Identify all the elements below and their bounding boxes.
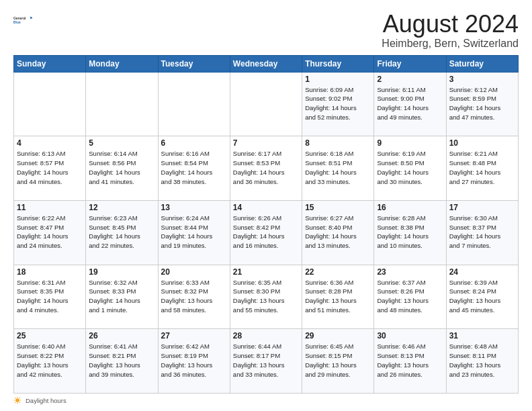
day-number: 27	[161, 331, 227, 340]
day-info: Sunrise: 6:48 AM Sunset: 8:11 PM Dayligh…	[449, 342, 515, 379]
day-info: Sunrise: 6:37 AM Sunset: 8:26 PM Dayligh…	[377, 278, 443, 315]
day-number: 23	[377, 267, 443, 277]
day-number: 10	[449, 138, 515, 148]
day-number: 2	[377, 75, 443, 84]
day-number: 26	[89, 331, 154, 340]
day-cell: 23Sunrise: 6:37 AM Sunset: 8:26 PM Dayli…	[374, 265, 446, 329]
day-info: Sunrise: 6:17 AM Sunset: 8:53 PM Dayligh…	[233, 149, 299, 186]
daylight-label: Daylight hours	[26, 397, 66, 404]
day-info: Sunrise: 6:22 AM Sunset: 8:47 PM Dayligh…	[17, 214, 83, 250]
svg-text:Blue: Blue	[13, 21, 21, 24]
day-number: 25	[17, 331, 83, 340]
day-info: Sunrise: 6:11 AM Sunset: 9:00 PM Dayligh…	[377, 85, 443, 122]
svg-text:General: General	[13, 17, 26, 20]
day-cell: 2Sunrise: 6:11 AM Sunset: 9:00 PM Daylig…	[374, 72, 446, 136]
day-cell: 12Sunrise: 6:23 AM Sunset: 8:45 PM Dayli…	[86, 200, 158, 265]
day-number: 21	[233, 267, 299, 277]
svg-point-3	[15, 398, 19, 402]
day-number: 1	[305, 75, 371, 84]
day-cell: 21Sunrise: 6:35 AM Sunset: 8:30 PM Dayli…	[230, 265, 302, 329]
day-info: Sunrise: 6:26 AM Sunset: 8:42 PM Dayligh…	[233, 214, 299, 250]
day-number: 15	[305, 203, 371, 212]
day-info: Sunrise: 6:16 AM Sunset: 8:54 PM Dayligh…	[161, 149, 227, 186]
calendar-header: Sunday Monday Tuesday Wednesday Thursday…	[14, 55, 519, 72]
day-info: Sunrise: 6:40 AM Sunset: 8:22 PM Dayligh…	[17, 342, 83, 379]
day-info: Sunrise: 6:45 AM Sunset: 8:15 PM Dayligh…	[305, 342, 371, 379]
day-cell	[14, 72, 86, 136]
day-number: 18	[17, 267, 83, 277]
header-thursday: Thursday	[302, 55, 374, 72]
svg-line-9	[19, 402, 20, 403]
day-cell: 1Sunrise: 6:09 AM Sunset: 9:02 PM Daylig…	[302, 72, 374, 136]
week-row-5: 25Sunrise: 6:40 AM Sunset: 8:22 PM Dayli…	[14, 329, 519, 394]
day-cell: 15Sunrise: 6:27 AM Sunset: 8:40 PM Dayli…	[302, 200, 374, 265]
day-number: 22	[305, 267, 371, 277]
day-info: Sunrise: 6:23 AM Sunset: 8:45 PM Dayligh…	[89, 214, 154, 250]
svg-line-11	[15, 402, 15, 403]
header: General Blue August 2024 Heimberg, Bern,…	[13, 11, 519, 50]
svg-marker-2	[30, 16, 32, 19]
day-info: Sunrise: 6:27 AM Sunset: 8:40 PM Dayligh…	[305, 214, 371, 250]
day-info: Sunrise: 6:39 AM Sunset: 8:24 PM Dayligh…	[449, 278, 515, 315]
day-info: Sunrise: 6:18 AM Sunset: 8:51 PM Dayligh…	[305, 149, 371, 186]
header-sunday: Sunday	[14, 55, 86, 72]
day-info: Sunrise: 6:44 AM Sunset: 8:17 PM Dayligh…	[233, 342, 299, 379]
day-info: Sunrise: 6:14 AM Sunset: 8:56 PM Dayligh…	[89, 149, 154, 186]
day-cell: 7Sunrise: 6:17 AM Sunset: 8:53 PM Daylig…	[230, 136, 302, 201]
day-cell: 25Sunrise: 6:40 AM Sunset: 8:22 PM Dayli…	[14, 329, 86, 394]
header-wednesday: Wednesday	[230, 55, 302, 72]
calendar-body: 1Sunrise: 6:09 AM Sunset: 9:02 PM Daylig…	[14, 72, 519, 393]
day-info: Sunrise: 6:33 AM Sunset: 8:32 PM Dayligh…	[161, 278, 227, 315]
day-cell: 10Sunrise: 6:21 AM Sunset: 8:48 PM Dayli…	[446, 136, 518, 201]
day-cell: 29Sunrise: 6:45 AM Sunset: 8:15 PM Dayli…	[302, 329, 374, 394]
day-number: 11	[17, 203, 83, 212]
day-cell	[158, 72, 230, 136]
day-number: 5	[89, 138, 154, 148]
day-cell: 27Sunrise: 6:42 AM Sunset: 8:19 PM Dayli…	[158, 329, 230, 394]
day-number: 3	[449, 75, 515, 84]
logo: General Blue	[13, 11, 32, 30]
day-cell: 4Sunrise: 6:13 AM Sunset: 8:57 PM Daylig…	[14, 136, 86, 201]
sun-icon	[13, 396, 21, 404]
day-info: Sunrise: 6:19 AM Sunset: 8:50 PM Dayligh…	[377, 149, 443, 186]
day-info: Sunrise: 6:30 AM Sunset: 8:37 PM Dayligh…	[449, 214, 515, 250]
page: General Blue August 2024 Heimberg, Bern,…	[0, 0, 532, 411]
title-block: August 2024 Heimberg, Bern, Switzerland	[382, 11, 519, 50]
day-info: Sunrise: 6:28 AM Sunset: 8:38 PM Dayligh…	[377, 214, 443, 250]
day-info: Sunrise: 6:36 AM Sunset: 8:28 PM Dayligh…	[305, 278, 371, 315]
day-number: 13	[161, 203, 227, 212]
day-cell: 18Sunrise: 6:31 AM Sunset: 8:35 PM Dayli…	[14, 265, 86, 329]
day-cell: 19Sunrise: 6:32 AM Sunset: 8:33 PM Dayli…	[86, 265, 158, 329]
day-number: 12	[89, 203, 154, 212]
location: Heimberg, Bern, Switzerland	[382, 38, 519, 50]
day-cell: 13Sunrise: 6:24 AM Sunset: 8:44 PM Dayli…	[158, 200, 230, 265]
day-number: 30	[377, 331, 443, 340]
day-info: Sunrise: 6:46 AM Sunset: 8:13 PM Dayligh…	[377, 342, 443, 379]
day-info: Sunrise: 6:35 AM Sunset: 8:30 PM Dayligh…	[233, 278, 299, 315]
week-row-3: 11Sunrise: 6:22 AM Sunset: 8:47 PM Dayli…	[14, 200, 519, 265]
svg-line-8	[15, 398, 15, 398]
day-cell: 28Sunrise: 6:44 AM Sunset: 8:17 PM Dayli…	[230, 329, 302, 394]
day-number: 16	[377, 203, 443, 212]
day-cell: 31Sunrise: 6:48 AM Sunset: 8:11 PM Dayli…	[446, 329, 518, 394]
day-cell	[86, 72, 158, 136]
day-cell: 20Sunrise: 6:33 AM Sunset: 8:32 PM Dayli…	[158, 265, 230, 329]
day-cell: 8Sunrise: 6:18 AM Sunset: 8:51 PM Daylig…	[302, 136, 374, 201]
day-info: Sunrise: 6:24 AM Sunset: 8:44 PM Dayligh…	[161, 214, 227, 250]
day-number: 28	[233, 331, 299, 340]
day-cell: 24Sunrise: 6:39 AM Sunset: 8:24 PM Dayli…	[446, 265, 518, 329]
day-number: 31	[449, 331, 515, 340]
header-row: Sunday Monday Tuesday Wednesday Thursday…	[14, 55, 519, 72]
footer-note: Daylight hours	[13, 396, 519, 404]
day-cell: 9Sunrise: 6:19 AM Sunset: 8:50 PM Daylig…	[374, 136, 446, 201]
week-row-4: 18Sunrise: 6:31 AM Sunset: 8:35 PM Dayli…	[14, 265, 519, 329]
calendar-table: Sunday Monday Tuesday Wednesday Thursday…	[13, 55, 519, 394]
day-cell: 26Sunrise: 6:41 AM Sunset: 8:21 PM Dayli…	[86, 329, 158, 394]
day-number: 17	[449, 203, 515, 212]
header-monday: Monday	[86, 55, 158, 72]
day-number: 14	[233, 203, 299, 212]
header-friday: Friday	[374, 55, 446, 72]
day-number: 24	[449, 267, 515, 277]
day-info: Sunrise: 6:31 AM Sunset: 8:35 PM Dayligh…	[17, 278, 83, 315]
day-number: 7	[233, 138, 299, 148]
